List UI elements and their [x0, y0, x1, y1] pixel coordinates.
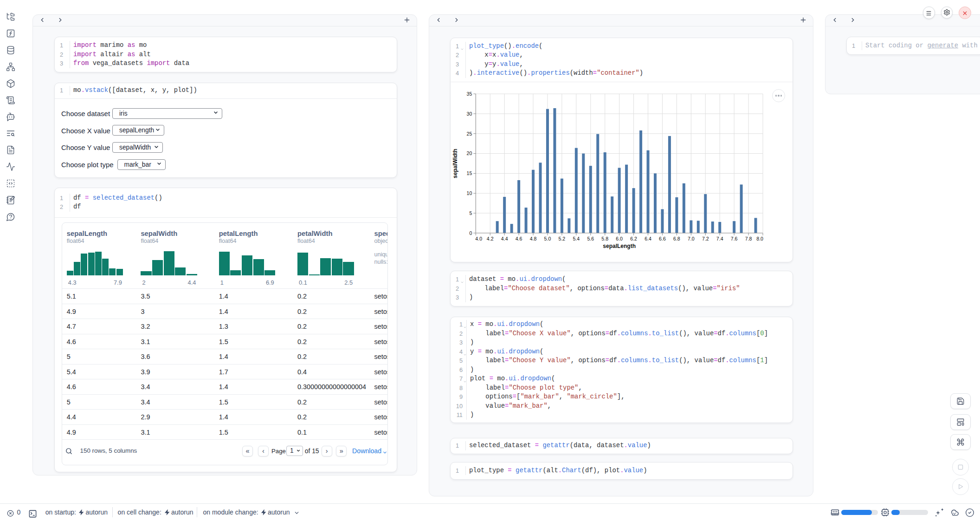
- svg-text:10: 10: [467, 190, 472, 196]
- svg-text:4.0: 4.0: [475, 236, 482, 241]
- svg-text:4.4: 4.4: [501, 236, 508, 241]
- svg-text:sepalLength: sepalLength: [603, 243, 636, 249]
- svg-text:15: 15: [467, 170, 472, 176]
- svg-text:5: 5: [469, 210, 472, 216]
- svg-text:8.0: 8.0: [756, 236, 763, 241]
- svg-text:4.6: 4.6: [516, 236, 522, 241]
- svg-text:5.0: 5.0: [544, 236, 551, 241]
- svg-text:30: 30: [467, 111, 472, 117]
- svg-text:5.6: 5.6: [587, 236, 594, 241]
- svg-text:0: 0: [469, 230, 472, 236]
- svg-text:6.2: 6.2: [630, 236, 637, 241]
- svg-text:6.0: 6.0: [616, 236, 623, 241]
- svg-text:7.8: 7.8: [745, 236, 752, 241]
- svg-text:6.6: 6.6: [659, 236, 666, 241]
- svg-text:7.4: 7.4: [716, 236, 723, 241]
- svg-text:5.8: 5.8: [601, 236, 608, 241]
- svg-text:35: 35: [467, 91, 472, 97]
- svg-text:7.6: 7.6: [731, 236, 738, 241]
- svg-text:20: 20: [467, 150, 472, 156]
- svg-text:7.2: 7.2: [702, 236, 709, 241]
- svg-text:4.2: 4.2: [487, 236, 494, 241]
- svg-text:5.4: 5.4: [573, 236, 580, 241]
- svg-text:5.2: 5.2: [559, 236, 566, 241]
- svg-text:7.0: 7.0: [688, 236, 695, 241]
- svg-text:6.4: 6.4: [645, 236, 651, 241]
- svg-text:sepalWidth: sepalWidth: [452, 149, 458, 178]
- svg-text:6.8: 6.8: [673, 236, 680, 241]
- svg-text:25: 25: [467, 131, 472, 137]
- svg-text:4.8: 4.8: [530, 236, 537, 241]
